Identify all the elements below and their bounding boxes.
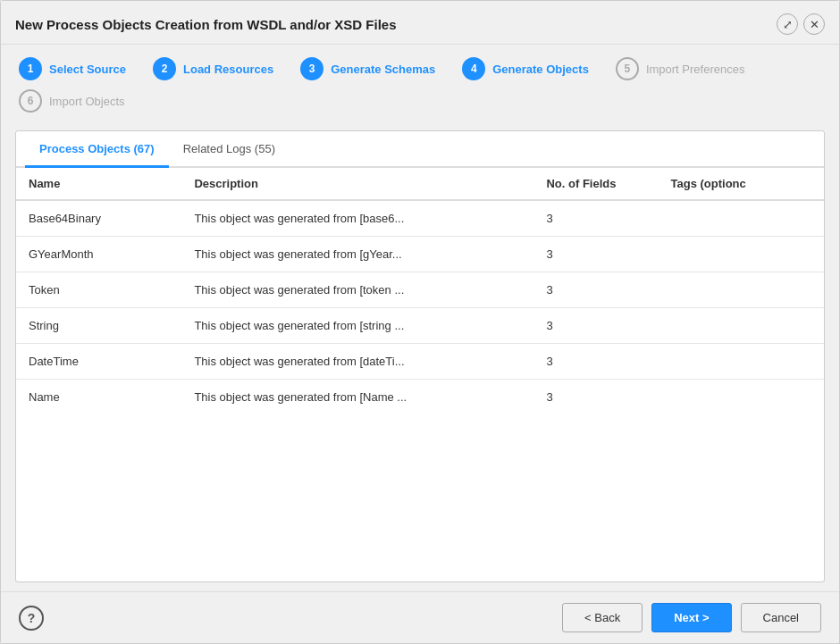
table-body: Base64Binary This object was generated f… (16, 200, 824, 414)
step-4-circle: 4 (462, 57, 485, 80)
objects-table: Name Description No. of Fields Tags (opt… (16, 168, 824, 414)
step-4-label: Generate Objects (492, 63, 589, 76)
next-button[interactable]: Next > (651, 603, 731, 632)
table-container[interactable]: Name Description No. of Fields Tags (opt… (16, 168, 824, 581)
cell-tags (659, 308, 824, 344)
col-header-tags: Tags (optionc (659, 168, 824, 200)
step-3-circle: 3 (300, 57, 323, 80)
cell-fields: 3 (533, 200, 658, 237)
table-row[interactable]: Name This object was generated from [Nam… (16, 380, 824, 415)
cell-tags (659, 272, 824, 308)
tab-process-objects[interactable]: Process Objects (67) (25, 131, 169, 166)
content-area: Process Objects (67) Related Logs (55) N… (15, 130, 825, 582)
table-row[interactable]: GYearMonth This object was generated fro… (16, 237, 824, 272)
step-5: 5 Import Preferences (616, 57, 745, 80)
cell-tags (659, 380, 824, 415)
cell-name: GYearMonth (16, 237, 181, 272)
col-header-fields: No. of Fields (533, 168, 658, 200)
help-button[interactable]: ? (19, 606, 44, 631)
step-1[interactable]: 1 Select Source (19, 57, 126, 80)
step-1-circle: 1 (19, 57, 42, 80)
steps-area: 1 Select Source 2 Load Resources 3 Gener… (1, 45, 839, 121)
step-2-label: Load Resources (183, 63, 273, 76)
cell-fields: 3 (533, 272, 658, 308)
title-bar: New Process Objects Creation from WSDL a… (1, 1, 839, 45)
step-3-label: Generate Schemas (331, 63, 435, 76)
table-row[interactable]: Token This object was generated from [to… (16, 272, 824, 308)
cell-description: This object was generated from [string .… (181, 308, 533, 344)
step-3[interactable]: 3 Generate Schemas (300, 57, 435, 80)
cancel-button[interactable]: Cancel (741, 603, 821, 632)
cell-description: This object was generated from [base6... (181, 200, 533, 237)
step-2-circle: 2 (153, 57, 176, 80)
step-5-circle: 5 (616, 57, 639, 80)
cell-fields: 3 (533, 237, 658, 272)
col-header-description: Description (181, 168, 533, 200)
cell-name: DateTime (16, 344, 181, 380)
col-header-name: Name (16, 168, 181, 200)
step-2[interactable]: 2 Load Resources (153, 57, 273, 80)
title-actions: ⤢ ✕ (777, 13, 825, 35)
cell-description: This object was generated from [gYear... (181, 237, 533, 272)
dialog-title: New Process Objects Creation from WSDL a… (15, 17, 397, 32)
table-row[interactable]: DateTime This object was generated from … (16, 344, 824, 380)
cell-fields: 3 (533, 308, 658, 344)
cell-fields: 3 (533, 380, 658, 415)
cell-fields: 3 (533, 344, 658, 380)
expand-button[interactable]: ⤢ (777, 13, 798, 35)
cell-tags (659, 344, 824, 380)
footer-right: < Back Next > Cancel (562, 603, 821, 632)
cell-name: Token (16, 272, 181, 308)
tab-related-logs[interactable]: Related Logs (55) (169, 131, 290, 166)
tabs-bar: Process Objects (67) Related Logs (55) (16, 131, 824, 168)
step-5-label: Import Preferences (646, 63, 745, 76)
cell-name: Base64Binary (16, 200, 181, 237)
back-button[interactable]: < Back (562, 603, 643, 632)
dialog: New Process Objects Creation from WSDL a… (0, 0, 840, 644)
table-header-row: Name Description No. of Fields Tags (opt… (16, 168, 824, 200)
cell-name: String (16, 308, 181, 344)
step-4[interactable]: 4 Generate Objects (462, 57, 589, 80)
cell-description: This object was generated from [dateTi..… (181, 344, 533, 380)
cell-tags (659, 200, 824, 237)
cell-name: Name (16, 380, 181, 415)
step-6-label: Import Objects (49, 95, 125, 108)
close-button[interactable]: ✕ (803, 13, 825, 35)
step-1-label: Select Source (49, 63, 126, 76)
footer-left: ? (19, 606, 44, 631)
cell-description: This object was generated from [token ..… (181, 272, 533, 308)
cell-tags (659, 237, 824, 272)
footer: ? < Back Next > Cancel (1, 591, 839, 643)
table-row[interactable]: Base64Binary This object was generated f… (16, 200, 824, 237)
table-row[interactable]: String This object was generated from [s… (16, 308, 824, 344)
step-6: 6 Import Objects (19, 89, 125, 113)
step-6-circle: 6 (19, 89, 42, 113)
cell-description: This object was generated from [Name ... (181, 380, 533, 415)
